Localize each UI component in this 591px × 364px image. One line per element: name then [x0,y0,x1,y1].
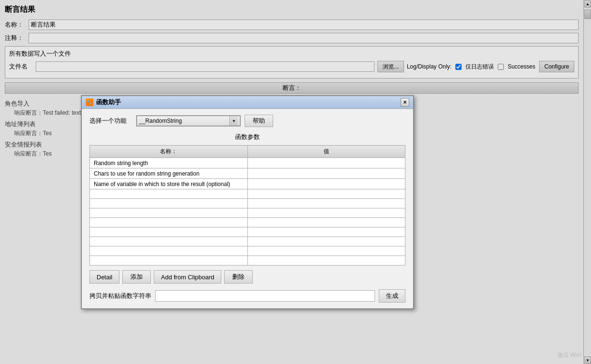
table-row [90,189,405,199]
param-value-input-0[interactable] [252,160,402,167]
modal-body: 选择一个功能 __RandomString ▼ 帮助 函数参数 名称： 值 [82,109,413,308]
generate-button[interactable]: 生成 [379,289,405,303]
copy-input[interactable] [155,290,375,302]
modal-title-text: 函数助手 [96,98,121,107]
param-value-input-2[interactable] [252,181,402,187]
table-row: Chars to use for random string generatio… [90,168,405,179]
copy-row: 拷贝并粘贴函数字符串 生成 [89,289,405,303]
function-select-label: 选择一个功能 [89,117,132,125]
table-row: Name of variable in which to store the r… [90,179,405,189]
table-row [90,199,405,208]
params-table: 名称： 值 Random string length Chars to use … [89,145,405,266]
function-select-inner[interactable]: __RandomString ▼ [137,116,240,126]
param-name-2: Name of variable in which to store the r… [90,179,248,189]
main-panel: 断言结果 名称： 注释： 所有数据写入一个文件 文件名 浏览... Log/Di… [0,0,591,364]
param-value-2[interactable] [247,179,405,189]
dropdown-arrow-icon[interactable]: ▼ [229,116,238,126]
detail-button[interactable]: Detail [89,270,119,284]
add-from-clipboard-button[interactable]: Add from Clipboard [154,270,221,284]
params-tbody: Random string length Chars to use for ra… [90,158,405,266]
table-row [90,218,405,227]
modal-icon: 🔧 [86,98,93,106]
table-row [90,256,405,266]
table-row: Random string length [90,158,405,168]
modal-titlebar: 🔧 函数助手 × [82,96,413,109]
help-button[interactable]: 帮助 [245,115,273,127]
param-name-0: Random string length [90,158,248,168]
modal-close-button[interactable]: × [401,98,409,107]
params-section-title: 函数参数 [89,133,405,141]
table-row [90,208,405,218]
param-value-input-1[interactable] [252,170,402,177]
delete-button[interactable]: 删除 [224,270,253,284]
param-name-1: Chars to use for random string generatio… [90,168,248,179]
table-row [90,237,405,246]
modal-title-left: 🔧 函数助手 [86,98,121,107]
modal-dialog: 🔧 函数助手 × 选择一个功能 __RandomString ▼ 帮助 函数参数 [81,95,414,309]
add-button[interactable]: 添加 [122,270,151,284]
param-value-1[interactable] [247,168,405,179]
table-row [90,246,405,256]
table-row [90,227,405,237]
col-name-header: 名称： [90,146,248,158]
copy-label: 拷贝并粘贴函数字符串 [89,292,151,300]
function-select-row: 选择一个功能 __RandomString ▼ 帮助 [89,115,405,127]
modal-buttons-row: Detail 添加 Add from Clipboard 删除 [89,270,405,284]
function-select[interactable]: __RandomString ▼ [136,115,241,127]
col-value-header: 值 [247,146,405,158]
param-value-0[interactable] [247,158,405,168]
function-select-text: __RandomString [139,118,229,124]
